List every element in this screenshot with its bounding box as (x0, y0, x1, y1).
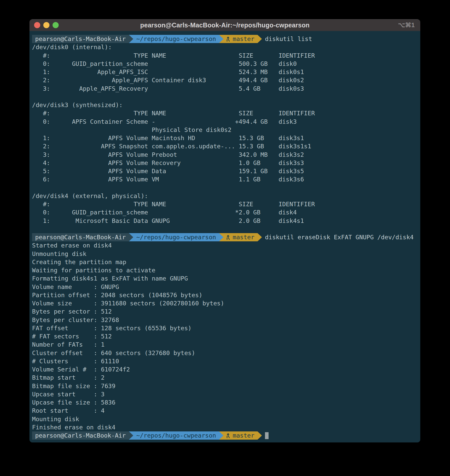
terminal-output-line: 2: Apple_APFS Container disk3 494.4 GB d… (32, 76, 420, 84)
shell-prompt: pearson@Carls-MacBook-Air~/repos/hugo-cw… (32, 233, 420, 241)
terminal-output-line (32, 225, 420, 233)
terminal-output-line: /dev/disk0 (internal): (32, 43, 420, 51)
terminal-output-line: 3: APFS Volume Preboot 342.0 MB disk3s2 (32, 151, 420, 159)
powerline-arrow-icon (129, 35, 133, 43)
terminal-output-line: 6: APFS Volume VM 1.1 GB disk3s6 (32, 175, 420, 183)
close-button[interactable] (34, 22, 40, 28)
terminal-output-line: /dev/disk4 (external, physical): (32, 192, 420, 200)
terminal-output-line: 0: GUID_partition_scheme *2.0 GB disk4 (32, 208, 420, 216)
terminal-output-line: FAT offset : 128 sectors (65536 bytes) (32, 324, 420, 332)
terminal-output-line: Bitmap file size : 7639 (32, 382, 420, 390)
prompt-directory: ~/repos/hugo-cwpearson (133, 35, 219, 43)
terminal-output-line: Volume Serial # : 610724f2 (32, 365, 420, 374)
terminal-output-line: Volume name : GNUPG (32, 283, 420, 291)
prompt-git-branch: master (223, 233, 258, 241)
powerline-arrow-icon (219, 35, 223, 43)
terminal-window: pearson@Carls-MacBook-Air:~/repos/hugo-c… (29, 19, 420, 442)
terminal-output-line: Volume size : 3911680 sectors (200278016… (32, 299, 420, 307)
terminal-output-line (32, 93, 420, 101)
window-title: pearson@Carls-MacBook-Air:~/repos/hugo-c… (29, 22, 420, 29)
git-branch-icon (226, 36, 231, 42)
terminal-output-line: #: TYPE NAME SIZE IDENTIFIER (32, 200, 420, 208)
terminal-output-line: #: TYPE NAME SIZE IDENTIFIER (32, 51, 420, 60)
terminal-output-line: Bytes per sector : 512 (32, 307, 420, 316)
typed-command: diskutil eraseDisk ExFAT GNUPG /dev/disk… (265, 233, 414, 241)
desktop-background: pearson@Carls-MacBook-Air:~/repos/hugo-c… (0, 0, 450, 476)
terminal-output-line: 1: Apple_APFS_ISC 524.3 MB disk0s1 (32, 68, 420, 76)
terminal-output-line: Formatting disk4s1 as ExFAT with name GN… (32, 274, 420, 283)
git-branch-label: master (233, 432, 254, 439)
powerline-arrow-icon (258, 35, 262, 43)
terminal-output-line: Physical Store disk0s2 (32, 126, 420, 134)
terminal-output-line (32, 184, 420, 192)
terminal-output-line: Creating the partition map (32, 258, 420, 266)
prompt-directory: ~/repos/hugo-cwpearson (133, 431, 219, 440)
zoom-button[interactable] (53, 22, 59, 28)
terminal-output-line: Unmounting disk (32, 250, 420, 258)
terminal-output-line: 1: APFS Volume Macintosh HD 15.3 GB disk… (32, 134, 420, 142)
git-branch-label: master (233, 234, 254, 241)
powerline-arrow-icon (258, 431, 262, 440)
minimize-button[interactable] (43, 22, 49, 28)
terminal-output-line: Bytes per cluster: 32768 (32, 316, 420, 324)
terminal-output-line: Number of FATs : 1 (32, 340, 420, 349)
terminal-output-line: Bitmap start : 2 (32, 374, 420, 382)
prompt-user-host: pearson@Carls-MacBook-Air (32, 35, 129, 43)
terminal-output-line: # FAT sectors : 512 (32, 332, 420, 340)
terminal-output-line: 1: Microsoft Basic Data GNUPG 2.0 GB dis… (32, 217, 420, 225)
prompt-git-branch: master (223, 431, 258, 440)
powerline-arrow-icon (129, 233, 133, 241)
prompt-user-host: pearson@Carls-MacBook-Air (32, 431, 129, 440)
terminal-output-line: Partition offset : 2048 sectors (1048576… (32, 291, 420, 299)
terminal-output-line: 4: APFS Volume Recovery 1.0 GB disk3s3 (32, 159, 420, 167)
git-branch-icon (226, 432, 231, 439)
terminal-cursor[interactable] (265, 432, 269, 439)
powerline-arrow-icon (129, 431, 133, 440)
terminal-output-line: #: TYPE NAME SIZE IDENTIFIER (32, 109, 420, 117)
terminal-output-line: Started erase on disk4 (32, 241, 420, 250)
powerline-arrow-icon (258, 233, 262, 241)
terminal-output-line: Upcase start : 3 (32, 390, 420, 398)
powerline-arrow-icon (219, 431, 223, 440)
powerline-arrow-icon (219, 233, 223, 241)
terminal-output-line: 3: Apple_APFS_Recovery 5.4 GB disk0s3 (32, 85, 420, 93)
prompt-user-host: pearson@Carls-MacBook-Air (32, 233, 129, 241)
terminal-output-line: Root start : 4 (32, 407, 420, 415)
prompt-directory: ~/repos/hugo-cwpearson (133, 233, 219, 241)
terminal-output-line: # Clusters : 61110 (32, 357, 420, 365)
terminal-output-line: Finished erase on disk4 (32, 423, 420, 431)
window-titlebar[interactable]: pearson@Carls-MacBook-Air:~/repos/hugo-c… (29, 19, 420, 31)
prompt-git-branch: master (223, 35, 258, 43)
terminal-output-line: Waiting for partitions to activate (32, 266, 420, 274)
terminal-output-line: 5: APFS Volume Data 159.1 GB disk3s5 (32, 167, 420, 175)
traffic-lights (29, 22, 59, 28)
shell-prompt: pearson@Carls-MacBook-Air~/repos/hugo-cw… (32, 35, 420, 43)
git-branch-label: master (233, 35, 254, 43)
terminal-output-line: 0: GUID_partition_scheme 500.3 GB disk0 (32, 60, 420, 68)
terminal-output-line: Upcase file size : 5836 (32, 398, 420, 407)
terminal-output-line: 2: APFS Snapshot com.apple.os.update-...… (32, 142, 420, 150)
terminal-content[interactable]: pearson@Carls-MacBook-Air~/repos/hugo-cw… (29, 31, 420, 442)
terminal-output-line: 0: APFS Container Scheme - +494.4 GB dis… (32, 118, 420, 126)
terminal-output-line: Mounting disk (32, 415, 420, 423)
typed-command: diskutil list (265, 35, 312, 43)
terminal-output-line: /dev/disk3 (synthesized): (32, 101, 420, 109)
window-shortcut-badge: ⌥⌘1 (398, 19, 415, 31)
terminal-output-line: Cluster offset : 640 sectors (327680 byt… (32, 349, 420, 357)
shell-prompt: pearson@Carls-MacBook-Air~/repos/hugo-cw… (32, 431, 420, 440)
git-branch-icon (226, 234, 231, 241)
